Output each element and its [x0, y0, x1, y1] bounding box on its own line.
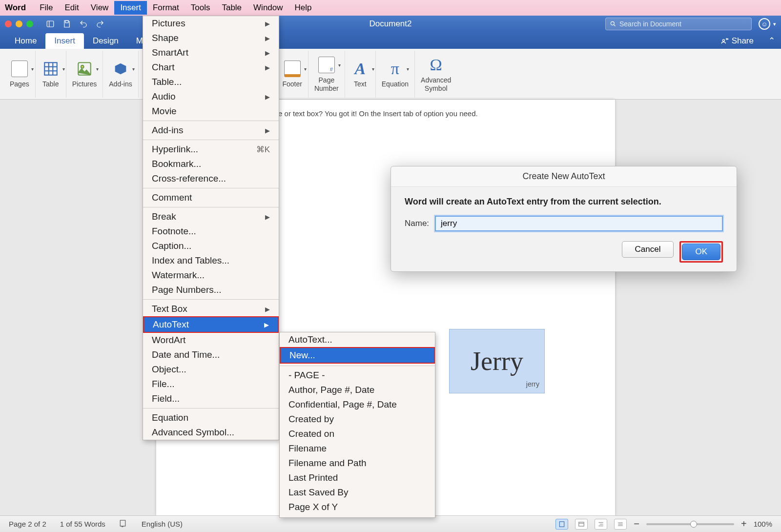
insert-menu-item[interactable]: Advanced Symbol... — [143, 425, 279, 440]
ribbon-footer[interactable]: ▾Footer — [277, 51, 308, 98]
insert-menu-item[interactable]: Break▶ — [143, 209, 279, 224]
insert-menu-item[interactable]: Bookmark... — [143, 157, 279, 171]
collapse-ribbon-icon[interactable]: ⌃ — [768, 36, 775, 49]
autotext-entry[interactable]: Author, Page #, Date — [280, 383, 435, 397]
insert-menu-item[interactable]: Field... — [143, 391, 279, 406]
menu-edit[interactable]: Edit — [59, 1, 85, 15]
autotext-entry[interactable]: Filename and Path — [280, 456, 435, 471]
ribbon-text[interactable]: A▾Text — [345, 51, 376, 98]
insert-menu-item[interactable]: Hyperlink...⌘K — [143, 142, 279, 157]
insert-menu-item[interactable]: AutoText▶ — [143, 316, 279, 333]
insert-menu-item[interactable]: Footnote... — [143, 224, 279, 239]
menu-item-label: Pictures — [152, 18, 185, 29]
feedback-icon[interactable]: ☺ — [759, 18, 770, 30]
status-page[interactable]: Page 2 of 2 — [9, 520, 46, 528]
menu-help[interactable]: Help — [289, 1, 318, 15]
sidebar-toggle-icon[interactable] — [45, 19, 56, 29]
insert-menu-item[interactable]: Audio▶ — [143, 89, 279, 104]
autotext-entry[interactable]: Page X of Y — [280, 500, 435, 514]
ribbon-equation[interactable]: π▾Equation — [376, 51, 415, 98]
ribbon-page-number[interactable]: #▾Page Number — [308, 51, 345, 98]
zoom-level[interactable]: 100% — [754, 520, 772, 528]
autotext-entry[interactable]: Last Printed — [280, 471, 435, 485]
insert-menu-item[interactable]: File... — [143, 377, 279, 391]
insert-menu-item[interactable]: Date and Time... — [143, 348, 279, 362]
undo-icon[interactable] — [78, 19, 89, 29]
minimize-button[interactable] — [16, 20, 22, 27]
tab-insert[interactable]: Insert — [45, 33, 84, 49]
insert-menu-item[interactable]: Caption... — [143, 239, 279, 253]
insert-menu-item[interactable]: WordArt — [143, 333, 279, 348]
autotext-entry[interactable]: Created by — [280, 412, 435, 427]
menu-view[interactable]: View — [85, 1, 115, 15]
ribbon-pictures[interactable]: ▾Pictures — [66, 51, 103, 98]
status-words[interactable]: 1 of 55 Words — [60, 520, 105, 528]
insert-menu-item[interactable]: Index and Tables... — [143, 253, 279, 268]
insert-menu-item[interactable]: Page Numbers... — [143, 283, 279, 297]
ribbon-pages[interactable]: ▾Pages — [4, 51, 36, 98]
autotext-entry[interactable]: Created on — [280, 427, 435, 441]
svg-point-5 — [722, 40, 724, 41]
autotext-entry[interactable]: Last Saved By — [280, 485, 435, 500]
menu-item-label: Watermark... — [152, 270, 205, 281]
insert-menu-item[interactable]: Comment — [143, 190, 279, 205]
zoom-out-button[interactable]: − — [634, 518, 639, 530]
view-outline-icon[interactable] — [595, 519, 607, 530]
autotext-menu-item[interactable]: AutoText... — [280, 332, 435, 347]
view-draft-icon[interactable] — [614, 519, 627, 530]
cancel-button[interactable]: Cancel — [622, 241, 674, 258]
view-print-layout-icon[interactable] — [555, 519, 568, 530]
menu-item-label: Audio — [152, 91, 176, 102]
insert-menu-item[interactable]: Pictures▶ — [143, 16, 279, 31]
menu-tools[interactable]: Tools — [185, 1, 216, 15]
insert-menu-item[interactable]: Equation — [143, 410, 279, 425]
search-input[interactable]: Search in Document — [605, 18, 752, 30]
menu-separator — [143, 408, 279, 409]
close-button[interactable] — [5, 20, 12, 27]
feedback-chevron-icon[interactable]: ▾ — [773, 21, 776, 27]
svg-rect-0 — [47, 21, 54, 27]
menu-item-label: Movie — [152, 106, 177, 117]
insert-menu-item[interactable]: Text Box▶ — [143, 302, 279, 316]
view-web-layout-icon[interactable] — [575, 519, 588, 530]
zoom-slider[interactable] — [646, 523, 734, 525]
menu-window[interactable]: Window — [247, 1, 288, 15]
status-language[interactable]: English (US) — [142, 520, 183, 528]
menu-table[interactable]: Table — [216, 1, 247, 15]
insert-menu-item[interactable]: Cross-reference... — [143, 171, 279, 186]
insert-menu-item[interactable]: Object... — [143, 362, 279, 377]
autotext-menu-item[interactable]: New... — [280, 347, 435, 364]
spellcheck-icon[interactable] — [119, 519, 128, 529]
signature-selection[interactable]: Jerry jerry — [449, 329, 545, 393]
menu-format[interactable]: Format — [147, 1, 185, 15]
insert-menu-item[interactable]: SmartArt▶ — [143, 45, 279, 60]
create-autotext-dialog: Create New AutoText Word will create an … — [390, 166, 737, 272]
insert-menu-item[interactable]: Table... — [143, 75, 279, 89]
insert-menu-item[interactable]: Watermark... — [143, 268, 279, 283]
name-input[interactable] — [435, 216, 723, 231]
ribbon-addins[interactable]: ▾Add-ins — [103, 51, 138, 98]
maximize-button[interactable] — [26, 20, 33, 27]
tab-home[interactable]: Home — [6, 33, 45, 49]
save-icon[interactable] — [62, 19, 72, 29]
autotext-entry[interactable]: Filename — [280, 441, 435, 456]
redo-icon[interactable] — [95, 19, 105, 29]
submenu-arrow-icon: ▶ — [265, 20, 270, 27]
ok-button[interactable]: OK — [682, 244, 720, 260]
menu-insert[interactable]: Insert — [114, 1, 147, 15]
zoom-in-button[interactable]: + — [741, 518, 747, 530]
ribbon-table[interactable]: ▾Table — [36, 51, 66, 98]
menu-item-label: Text Box — [152, 304, 187, 314]
menu-file[interactable]: File — [34, 1, 59, 15]
autotext-entry[interactable]: Confidential, Page #, Date — [280, 397, 435, 412]
autotext-entry[interactable]: - PAGE - — [280, 368, 435, 383]
ribbon-advanced-symbol[interactable]: ΩAdvanced Symbol — [415, 51, 457, 98]
tab-design[interactable]: Design — [84, 33, 127, 49]
insert-menu-item[interactable]: Chart▶ — [143, 60, 279, 75]
insert-menu-item[interactable]: Shape▶ — [143, 31, 279, 45]
submenu-arrow-icon: ▶ — [265, 213, 270, 221]
insert-menu-item[interactable]: Add-ins▶ — [143, 123, 279, 138]
share-button[interactable]: Share — [721, 36, 754, 49]
svg-rect-24 — [579, 522, 584, 526]
insert-menu-item[interactable]: Movie — [143, 104, 279, 119]
